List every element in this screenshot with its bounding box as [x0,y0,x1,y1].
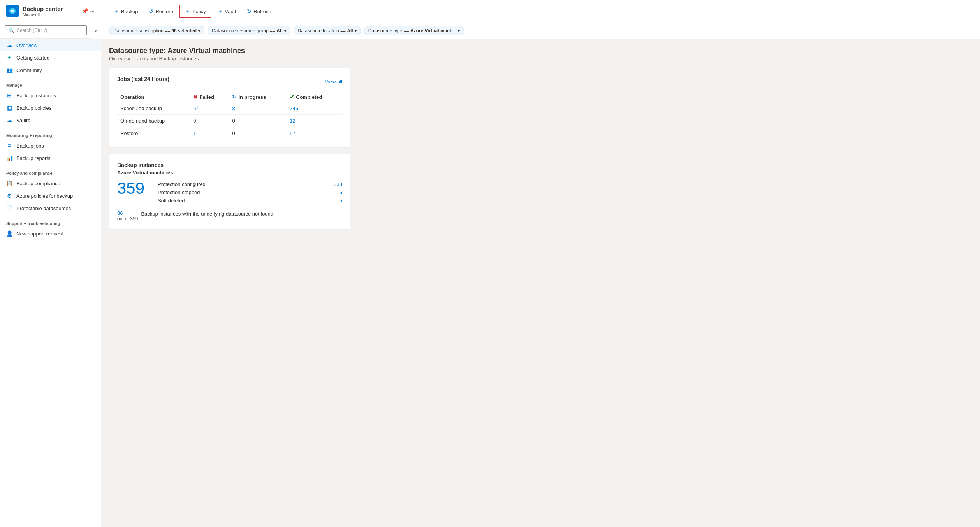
app-logo [6,5,19,17]
bi-detail-row: Soft deleted5 [158,197,342,205]
chevron-down-icon-loc: ▾ [355,29,357,33]
backup-compliance-icon: 📋 [6,180,12,186]
app-subtitle: Microsoft [23,12,63,17]
search-input-wrap[interactable]: 🔍 [5,25,87,35]
view-all-link[interactable]: View all [325,79,342,84]
page-subtitle: Overview of Jobs and Backup instances [109,56,972,61]
overview-icon: ☁ [6,42,12,48]
inprogress-status-icon: ↻ [232,94,237,100]
refresh-button[interactable]: ↻ Refresh [242,6,276,17]
support-section-label: Support + troubleshooting [0,216,101,227]
pin-icon[interactable]: 📌 [82,8,88,14]
backup-button[interactable]: ＋ Backup [109,5,143,17]
bi-detail-label: Soft deleted [158,198,185,204]
sidebar-item-azure-policies[interactable]: ⚙ Azure policies for backup [0,190,101,202]
collapse-icon: « [95,27,98,33]
community-icon: 👥 [6,67,12,73]
manage-section-label: Manage [0,78,101,89]
support-icon: 👤 [6,230,12,237]
sidebar-item-community[interactable]: 👥 Community [0,64,101,76]
col-inprogress: ↻ In progress [229,91,287,102]
type-filter[interactable]: Datasource type == Azure Virtual mach...… [364,26,464,35]
chevron-down-icon-type: ▾ [458,29,460,33]
restore-button[interactable]: ↺ Restore [144,6,178,17]
policy-section-label: Policy and compliance [0,166,101,177]
content-area: Datasource type: Azure Virtual machines … [101,39,980,527]
search-input[interactable] [17,28,83,33]
job-failed: 0 [190,115,229,127]
sidebar-item-getting-started-label: Getting started [16,55,49,61]
job-completed[interactable]: 57 [287,127,342,140]
sidebar-item-community-label: Community [16,67,42,73]
sidebar-item-new-support[interactable]: 👤 New support request [0,227,101,240]
job-inprogress: 0 [229,115,287,127]
job-failed[interactable]: 64 [190,102,229,115]
col-operation: Operation [117,91,190,102]
chevron-down-icon-rg: ▾ [284,29,286,33]
sidebar-item-backup-jobs[interactable]: ≡ Backup jobs [0,139,101,152]
sidebar-item-vaults-label: Vaults [16,118,30,123]
more-icon[interactable]: ··· [90,8,95,14]
filter-bar: Datasource subscription == 66 selected ▾… [101,23,980,39]
failed-status-icon: ✖ [193,94,198,100]
backup-instances-total[interactable]: 359 [117,180,148,197]
protectable-icon: 📄 [6,205,12,211]
bi-detail-value[interactable]: 16 [337,190,342,195]
header-actions: 📌 ··· [82,8,95,14]
footer-number-block[interactable]: 86 out of 359 [117,210,138,221]
col-completed: ✔ Completed [287,91,342,102]
sidebar-item-backup-reports[interactable]: 📊 Backup reports [0,152,101,164]
location-filter[interactable]: Datasource location == All ▾ [294,26,361,35]
collapse-button[interactable]: « [91,26,101,35]
bi-detail-value[interactable]: 5 [340,198,342,204]
sidebar-item-backup-policies[interactable]: ▦ Backup policies [0,102,101,114]
sidebar-item-backup-instances[interactable]: ⊞ Backup instances [0,89,101,102]
job-completed[interactable]: 12 [287,115,342,127]
bi-detail-row: Protection configured338 [158,180,342,188]
backup-instances-content: 359 Protection configured338Protection s… [117,180,342,205]
sidebar-item-overview-label: Overview [16,42,37,48]
sidebar-item-protectable-label: Protectable datasources [16,206,71,211]
job-inprogress[interactable]: 8 [229,102,287,115]
search-area: 🔍 « [0,22,101,39]
backup-jobs-icon: ≡ [6,142,12,149]
backup-instances-subtitle: Azure Virtual machines [117,170,342,176]
sidebar-item-backup-compliance[interactable]: 📋 Backup compliance [0,177,101,190]
type-filter-label: Datasource type == Azure Virtual mach... [368,28,457,33]
main-content: ＋ Backup ↺ Restore ＋ Policy ＋ Vault ↻ Re… [101,0,980,527]
job-operation: On-demand backup [117,115,190,127]
resource-group-filter[interactable]: Datasource resource group == All ▾ [208,26,290,35]
sidebar-item-protectable[interactable]: 📄 Protectable datasources [0,202,101,214]
page-title: Datasource type: Azure Virtual machines [109,47,972,55]
completed-status-icon: ✔ [290,94,294,100]
jobs-header: Jobs (last 24 Hours) View all [117,76,342,87]
backup-instances-footer: 86 out of 359 Backup instances with the … [117,210,342,221]
sidebar-item-backup-reports-label: Backup reports [16,155,50,161]
azure-policies-icon: ⚙ [6,193,12,199]
jobs-card-title: Jobs (last 24 Hours) [117,76,169,82]
sidebar-item-getting-started[interactable]: ✦ Getting started [0,51,101,64]
restore-button-label: Restore [155,9,173,14]
sidebar: Backup center Microsoft 📌 ··· 🔍 « ☁ Over… [0,0,101,527]
sidebar-item-backup-compliance-label: Backup compliance [16,181,60,186]
sidebar-item-vaults[interactable]: ☁ Vaults [0,114,101,126]
job-failed[interactable]: 1 [190,127,229,140]
jobs-table: Operation ✖ Failed ↻ In progress [117,91,342,139]
monitoring-section-label: Monitoring + reporting [0,128,101,139]
subscription-filter[interactable]: Datasource subscription == 66 selected ▾ [109,26,204,35]
bi-detail-label: Protection configured [158,181,206,187]
table-row: Restore1057 [117,127,342,140]
subscription-filter-label: Datasource subscription == 66 selected [113,28,197,33]
backup-instances-details: Protection configured338Protection stopp… [158,180,342,205]
bi-detail-value[interactable]: 338 [334,181,342,187]
app-title-block: Backup center Microsoft [23,5,63,17]
footer-denom: out of 359 [117,216,138,221]
policy-button[interactable]: ＋ Policy [179,5,211,18]
policy-plus-icon: ＋ [185,8,190,15]
sidebar-item-new-support-label: New support request [16,231,63,237]
search-bar: 🔍 [0,22,91,39]
sidebar-item-backup-jobs-label: Backup jobs [16,143,44,149]
sidebar-item-overview[interactable]: ☁ Overview [0,39,101,51]
job-completed[interactable]: 246 [287,102,342,115]
vault-button[interactable]: ＋ Vault [213,5,241,17]
